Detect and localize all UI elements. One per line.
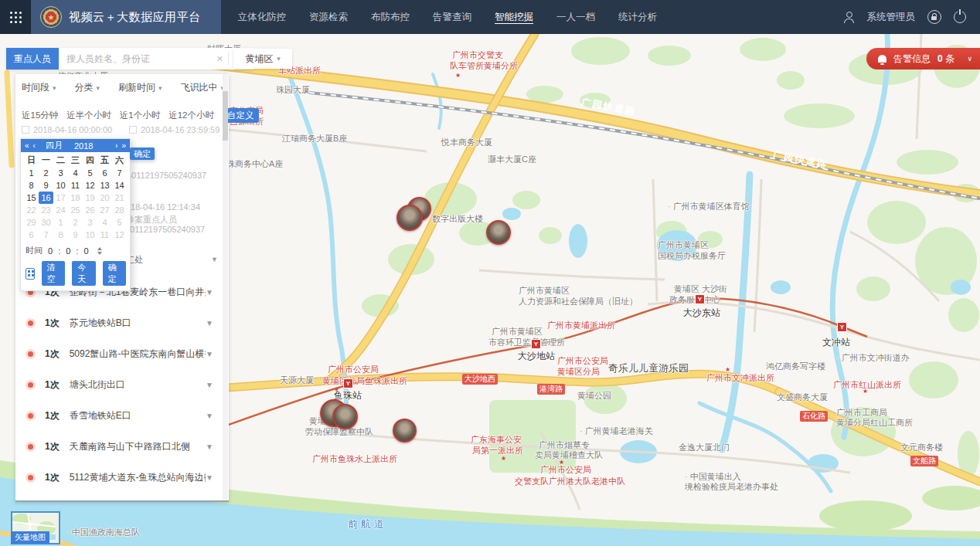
quick-time-1[interactable]: 近15分钟 bbox=[22, 110, 58, 121]
calendar-day[interactable]: 7 bbox=[39, 229, 53, 241]
chevron-down-icon[interactable]: ▼ bbox=[206, 350, 213, 358]
calendar-day[interactable]: 20 bbox=[97, 192, 112, 204]
calendar-day[interactable]: 3 bbox=[83, 216, 97, 229]
quick-time-4[interactable]: 近12个小时 bbox=[168, 110, 214, 121]
chevron-down-icon[interactable]: ▼ bbox=[206, 473, 213, 482]
today-button[interactable]: 今天 bbox=[72, 261, 95, 286]
list-item[interactable]: 1次5092蟹山路-中医院东南向蟹山横街▼ bbox=[15, 338, 223, 369]
calendar-day[interactable]: 19 bbox=[83, 192, 97, 204]
calendar-day[interactable]: 10 bbox=[83, 229, 97, 241]
clear-button[interactable]: 清空 bbox=[42, 261, 65, 286]
chevron-down-icon[interactable]: ∨ bbox=[967, 55, 980, 63]
calendar-day[interactable]: 7 bbox=[112, 167, 127, 179]
calendar-day[interactable]: 17 bbox=[53, 192, 68, 204]
calendar-day[interactable]: 1 bbox=[53, 216, 68, 229]
calendar-day[interactable]: 5 bbox=[112, 216, 127, 229]
filter-dropdown-4[interactable]: 飞识比中▾ bbox=[180, 81, 224, 94]
minimap-mode-label[interactable]: 矢量地图 bbox=[11, 531, 49, 544]
alert-bar[interactable]: 告警信息 0 条 ∨ bbox=[866, 48, 980, 70]
calendar-day[interactable]: 15 bbox=[24, 192, 39, 204]
next-month-icon[interactable]: › bbox=[115, 141, 117, 150]
calendar-day[interactable]: 11 bbox=[97, 229, 112, 241]
power-logout-icon[interactable] bbox=[954, 11, 966, 23]
user-name[interactable]: 系统管理员 bbox=[867, 11, 916, 24]
calendar-day[interactable]: 5 bbox=[83, 167, 97, 179]
list-item[interactable]: 1次苏元地铁站B口▼ bbox=[15, 307, 223, 338]
clear-icon[interactable]: ✕ bbox=[212, 54, 228, 64]
minute-value[interactable]: 0 bbox=[66, 246, 70, 256]
calendar-day[interactable]: 22 bbox=[24, 204, 39, 216]
chevron-down-icon[interactable]: ▼ bbox=[211, 256, 218, 263]
nav-item-1[interactable]: 立体化防控 bbox=[238, 11, 287, 24]
filter-dropdown-3[interactable]: 刷新时间▾ bbox=[118, 81, 162, 94]
prev-year-icon[interactable]: « bbox=[25, 141, 29, 150]
calendar-day[interactable]: 25 bbox=[68, 204, 83, 216]
calendar-day[interactable]: 14 bbox=[112, 179, 127, 192]
calendar-day[interactable]: 2 bbox=[39, 167, 53, 179]
person-avatar-marker[interactable] bbox=[332, 404, 358, 429]
calendar-grid-icon[interactable] bbox=[26, 268, 35, 280]
calendar-day[interactable]: 6 bbox=[24, 229, 39, 241]
nav-item-3[interactable]: 布防布控 bbox=[371, 11, 410, 24]
calendar-year[interactable]: 2018 bbox=[74, 141, 93, 151]
calendar-day[interactable]: 29 bbox=[24, 216, 39, 229]
panel-scrollbar-thumb[interactable] bbox=[223, 91, 228, 141]
second-value[interactable]: 0 bbox=[83, 246, 88, 256]
chevron-down-icon[interactable]: ▼ bbox=[206, 319, 213, 327]
calendar-day[interactable]: 28 bbox=[112, 204, 127, 216]
date-from[interactable]: 2018-04-16 00:00:00 bbox=[22, 125, 112, 134]
calendar-day[interactable]: 4 bbox=[97, 216, 112, 229]
chevron-down-icon[interactable]: ▼ bbox=[206, 443, 213, 451]
calendar-day[interactable]: 6 bbox=[97, 167, 112, 179]
calendar-day[interactable]: 9 bbox=[68, 229, 83, 241]
calendar-day-selected[interactable]: 16 bbox=[39, 192, 53, 204]
calendar-day[interactable]: 13 bbox=[97, 179, 112, 192]
calendar-day[interactable]: 2 bbox=[68, 216, 83, 229]
calendar-day[interactable]: 26 bbox=[83, 204, 97, 216]
calendar-day[interactable]: 8 bbox=[24, 179, 39, 192]
app-grid-button[interactable] bbox=[0, 0, 31, 34]
time-stepper[interactable] bbox=[97, 247, 102, 255]
calendar-month[interactable]: 四月 bbox=[46, 140, 63, 151]
calendar-day[interactable]: 24 bbox=[53, 204, 68, 216]
quick-time-2[interactable]: 近半个小时 bbox=[66, 110, 111, 121]
security-settings-icon[interactable] bbox=[927, 10, 941, 24]
chevron-down-icon[interactable]: ▼ bbox=[206, 381, 213, 389]
confirm-button[interactable]: 确定 bbox=[103, 261, 126, 286]
calendar-day[interactable]: 4 bbox=[68, 167, 83, 179]
calendar-day[interactable]: 18 bbox=[68, 192, 83, 204]
calendar-confirm-button[interactable]: 确定 bbox=[130, 148, 155, 160]
calendar-day[interactable]: 21 bbox=[112, 192, 127, 204]
quick-time-3[interactable]: 近1个小时 bbox=[120, 110, 160, 121]
nav-item-2[interactable]: 资源检索 bbox=[309, 11, 348, 24]
person-avatar-marker[interactable] bbox=[396, 205, 423, 231]
calendar-day[interactable]: 27 bbox=[97, 204, 112, 216]
filter-dropdown-2[interactable]: 分类▾ bbox=[74, 81, 100, 94]
list-item[interactable]: 1次香雪地铁站E口▼ bbox=[15, 400, 223, 431]
date-to[interactable]: 2018-04-16 23:59:59 bbox=[129, 125, 219, 134]
nav-item-4[interactable]: 告警查询 bbox=[433, 11, 471, 24]
chevron-down-icon[interactable]: ▼ bbox=[206, 288, 213, 297]
calendar-day[interactable]: 12 bbox=[112, 229, 127, 241]
nav-item-5[interactable]: 智能挖掘 bbox=[495, 11, 533, 24]
search-input[interactable] bbox=[65, 53, 212, 65]
nav-item-6[interactable]: 一人一档 bbox=[556, 11, 595, 24]
calendar-day[interactable]: 11 bbox=[68, 179, 83, 192]
search-tab-key-person[interactable]: 重点人员 bbox=[6, 48, 59, 70]
person-avatar-marker[interactable] bbox=[486, 220, 511, 245]
district-dropdown[interactable]: 黄埔区 ▾ bbox=[233, 49, 292, 69]
calendar-day[interactable]: 10 bbox=[53, 179, 68, 192]
calendar-day[interactable]: 23 bbox=[39, 204, 53, 216]
hour-value[interactable]: 0 bbox=[48, 246, 53, 256]
list-item[interactable]: 1次5112黄埔大道东-鱼珠总站向海边街（全）▼ bbox=[15, 462, 223, 493]
nav-item-7[interactable]: 统计分析 bbox=[618, 11, 657, 24]
list-item[interactable]: 1次天麓南路与山下中路路口北侧▼ bbox=[15, 431, 223, 462]
calendar-day[interactable]: 30 bbox=[39, 216, 53, 229]
chevron-down-icon[interactable]: ▼ bbox=[206, 412, 213, 420]
list-item[interactable]: 1次塘头北街出口▼ bbox=[15, 369, 223, 400]
filter-dropdown-1[interactable]: 时间段▾ bbox=[22, 81, 56, 94]
calendar-day[interactable]: 1 bbox=[24, 167, 39, 179]
calendar-day[interactable]: 8 bbox=[53, 229, 68, 241]
person-avatar-marker[interactable] bbox=[393, 419, 417, 443]
next-year-icon[interactable]: » bbox=[121, 141, 126, 150]
